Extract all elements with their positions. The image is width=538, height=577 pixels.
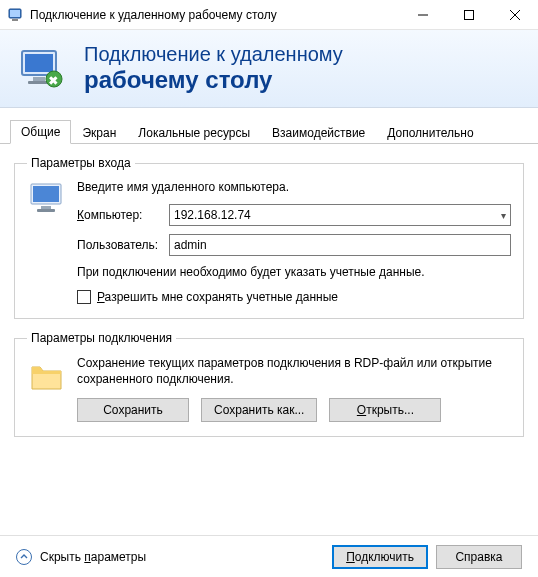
user-label: Пользователь: [77, 238, 169, 252]
save-credentials-checkbox[interactable] [77, 290, 91, 304]
login-instruction: Введите имя удаленного компьютера. [77, 180, 511, 194]
computer-combo[interactable]: 192.168.12.74 ▾ [169, 204, 511, 226]
save-button[interactable]: Сохранить [77, 398, 189, 422]
header: Подключение к удаленному рабочему столу [0, 30, 538, 108]
tab-general[interactable]: Общие [10, 120, 71, 144]
tab-experience[interactable]: Взаимодействие [261, 121, 376, 144]
rdp-icon [18, 45, 66, 93]
help-button[interactable]: Справка [436, 545, 522, 569]
save-credentials-label: Разрешить мне сохранять учетные данные [97, 290, 338, 304]
svg-rect-1 [10, 10, 20, 17]
maximize-button[interactable] [446, 0, 492, 30]
window-controls [400, 0, 538, 30]
header-text: Подключение к удаленному рабочему столу [84, 43, 343, 94]
login-settings-legend: Параметры входа [27, 156, 135, 170]
titlebar: Подключение к удаленному рабочему столу [0, 0, 538, 30]
tab-local-resources[interactable]: Локальные ресурсы [127, 121, 261, 144]
svg-rect-15 [37, 209, 55, 212]
tab-strip: Общие Экран Локальные ресурсы Взаимодейс… [0, 118, 538, 144]
connect-button[interactable]: Подключить [332, 545, 428, 569]
folder-icon [27, 355, 69, 421]
computer-label: Компьютер: [77, 208, 169, 222]
connection-settings-group: Параметры подключения Сохранение текущих… [14, 331, 524, 436]
svg-rect-8 [25, 54, 53, 72]
credentials-note: При подключении необходимо будет указать… [77, 264, 511, 280]
svg-rect-14 [41, 206, 51, 209]
chevron-down-icon: ▾ [495, 210, 506, 221]
header-line1: Подключение к удаленному [84, 43, 343, 66]
window-title: Подключение к удаленному рабочему столу [30, 8, 400, 22]
minimize-button[interactable] [400, 0, 446, 30]
header-line2: рабочему столу [84, 66, 343, 94]
svg-rect-4 [465, 10, 474, 19]
save-credentials-row[interactable]: Разрешить мне сохранять учетные данные [77, 290, 511, 304]
tab-panel-general: Параметры входа Введите имя удаленного к… [0, 144, 538, 455]
svg-rect-9 [33, 77, 45, 81]
toggle-options-link[interactable]: Скрыть параметры [40, 550, 146, 564]
computer-value: 192.168.12.74 [174, 208, 251, 222]
login-settings-group: Параметры входа Введите имя удаленного к… [14, 156, 524, 319]
tab-advanced[interactable]: Дополнительно [376, 121, 484, 144]
connection-settings-legend: Параметры подключения [27, 331, 176, 345]
svg-rect-2 [12, 19, 18, 21]
monitor-icon [27, 180, 69, 304]
collapse-icon[interactable] [16, 549, 32, 565]
user-input[interactable] [169, 234, 511, 256]
save-as-button[interactable]: Сохранить как... [201, 398, 317, 422]
connection-settings-desc: Сохранение текущих параметров подключени… [77, 355, 511, 387]
footer: Скрыть параметры Подключить Справка [0, 535, 538, 577]
close-button[interactable] [492, 0, 538, 30]
app-icon [8, 7, 24, 23]
tab-display[interactable]: Экран [71, 121, 127, 144]
open-button[interactable]: Открыть... [329, 398, 441, 422]
svg-rect-13 [33, 186, 59, 202]
